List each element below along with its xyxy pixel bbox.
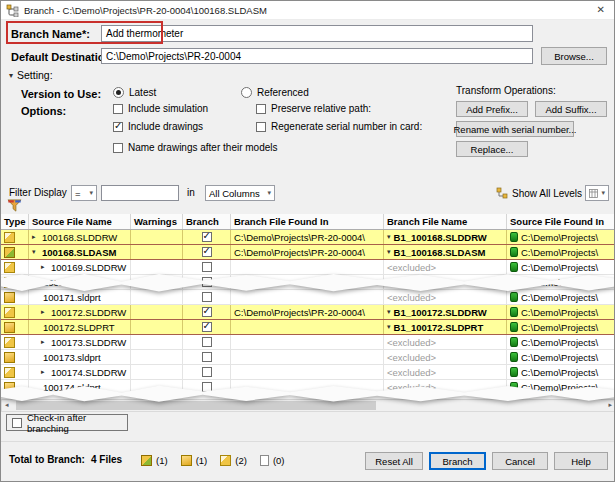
branch-checkbox[interactable] — [202, 322, 212, 332]
browse-button[interactable]: Browse... — [541, 47, 607, 65]
branch-cell — [183, 245, 231, 259]
file-name: 100173.sldprt — [43, 352, 101, 363]
assembly-icon — [4, 247, 15, 258]
include-simulation-label: Include simulation — [128, 103, 208, 114]
filter-columns-select[interactable]: All Columns ▾ — [205, 185, 275, 201]
document-count-value: (0) — [273, 455, 285, 466]
dropdown-arrow-icon[interactable]: ▾ — [387, 248, 391, 256]
branch-checkbox[interactable] — [202, 367, 212, 377]
drawing-icon — [4, 367, 15, 378]
col-branch[interactable]: Branch — [183, 214, 231, 229]
expand-arrow-icon[interactable]: ▸ — [41, 368, 49, 376]
filter-funnel-icon[interactable] — [7, 198, 22, 213]
filter-value-input[interactable] — [101, 185, 179, 201]
file-name: 100169.SLDDRW — [51, 262, 126, 273]
collapse-arrow-icon: ▾ — [9, 71, 13, 80]
table-row[interactable]: ▸100172.SLDDRWC:\Demo\Projects\PR-20-000… — [1, 305, 615, 320]
expand-arrow-icon[interactable]: ▸ — [41, 308, 49, 316]
checkin-after-branching-checkbox[interactable]: Check-in after branching — [6, 414, 128, 431]
branch-checkbox[interactable] — [202, 232, 212, 242]
dropdown-arrow-icon[interactable]: ▾ — [387, 233, 391, 241]
col-source-file-found-in[interactable]: Source File Found In — [507, 214, 615, 229]
file-name: 100168.SLDASM — [42, 247, 116, 258]
radio-latest[interactable]: Latest — [113, 87, 156, 98]
col-branch-file-name[interactable]: Branch File Name — [384, 214, 507, 229]
add-prefix-button[interactable]: Add Prefix... — [456, 101, 528, 117]
col-warnings[interactable]: Warnings — [131, 214, 183, 229]
expand-arrow-icon[interactable]: ▾ — [32, 248, 40, 256]
version-to-use-label: Version to Use: — [21, 88, 101, 100]
part-count: (1) — [181, 455, 208, 466]
branch-button[interactable]: Branch — [429, 452, 486, 470]
filter-operator-select[interactable]: = ▾ — [71, 185, 97, 201]
source-file-found-in-cell: C:\Demo\Projects\ — [507, 305, 615, 319]
branch-checkbox[interactable] — [202, 352, 212, 362]
reset-all-button[interactable]: Reset All — [365, 452, 423, 470]
table-row[interactable]: ▾100168.SLDASMC:\Demo\Projects\PR-20-000… — [1, 245, 615, 260]
include-drawings-checkbox[interactable]: Include drawings — [113, 121, 203, 132]
source-found-path: C:\Demo\Projects\ — [521, 292, 598, 303]
expand-arrow-icon[interactable]: ▸ — [41, 263, 49, 271]
dropdown-arrow-icon[interactable]: ▾ — [387, 308, 391, 316]
regenerate-serial-checkbox[interactable]: Regenerate serial number in card: — [256, 121, 422, 132]
branch-checkbox[interactable] — [202, 337, 212, 347]
vault-icon — [510, 247, 518, 257]
table-row[interactable]: 100173.sldprt<excluded>C:\Demo\Projects\ — [1, 350, 615, 365]
excluded-label: <excluded> — [387, 352, 436, 363]
assembly-icon — [141, 455, 152, 466]
preserve-relative-path-label: Preserve relative path: — [271, 103, 371, 114]
preserve-relative-path-checkbox[interactable]: Preserve relative path: — [256, 103, 371, 114]
default-destination-input[interactable]: C:\Demo\Projects\PR-20-0004 — [101, 48, 533, 64]
rename-with-serial-button[interactable]: Rename with serial number... — [456, 121, 574, 137]
include-simulation-checkbox[interactable]: Include simulation — [113, 103, 208, 114]
source-file-found-in-cell: C:\Demo\Projects\ — [507, 230, 615, 244]
total-files-value: 4 Files — [91, 454, 122, 465]
vault-icon — [510, 367, 518, 377]
col-source-file-name[interactable]: Source File Name — [29, 214, 131, 229]
part-icon — [4, 352, 15, 363]
expand-arrow-icon[interactable]: ▸ — [32, 233, 40, 241]
source-file-found-in-cell: C:\Demo\Projects\ — [507, 350, 615, 364]
checkbox-box — [113, 104, 123, 114]
branch-checkbox[interactable] — [202, 247, 212, 257]
document-count: (0) — [260, 455, 285, 466]
help-button[interactable]: Help — [554, 452, 608, 470]
table-row[interactable]: ▸100174.SLDDRW<excluded>C:\Demo\Projects… — [1, 365, 615, 380]
table-row[interactable]: 100172.SLDPRT▾B1_100172.SLDPRTC:\Demo\Pr… — [1, 320, 615, 335]
replace-button[interactable]: Replace... — [456, 141, 528, 157]
show-all-levels-label: Show All Levels — [512, 188, 582, 199]
branch-checkbox[interactable] — [202, 292, 212, 302]
col-type[interactable]: Type — [1, 214, 29, 229]
radio-referenced[interactable]: Referenced — [241, 87, 309, 98]
branch-name-input[interactable]: Add thermometer — [101, 25, 533, 42]
name-drawings-checkbox[interactable]: Name drawings after their models — [113, 142, 278, 153]
source-file-found-in-cell: C:\Demo\Projects\ — [507, 365, 615, 379]
show-all-levels-button[interactable]: Show All Levels ▾ — [496, 185, 593, 201]
column-options-button[interactable]: ▾ — [585, 185, 609, 201]
source-file-name-cell: ▸100173.SLDDRW — [29, 335, 131, 349]
branch-checkbox[interactable] — [202, 307, 212, 317]
table-rows: ▸100168.SLDDRWC:\Demo\Projects\PR-20-000… — [1, 230, 615, 395]
expand-arrow-icon[interactable]: ▸ — [41, 338, 49, 346]
setting-expander[interactable]: ▾ Setting: — [9, 69, 53, 81]
filter-columns-value: All Columns — [209, 188, 260, 199]
table-row[interactable]: ▸100173.SLDDRW<excluded>C:\Demo\Projects… — [1, 335, 615, 350]
file-name: 100172.SLDPRT — [43, 322, 115, 333]
annotation-red-box — [6, 21, 163, 44]
add-suffix-button[interactable]: Add Suffix... — [535, 101, 607, 117]
branch-checkbox[interactable] — [202, 262, 212, 272]
hierarchy-icon — [496, 187, 508, 199]
dropdown-arrow-icon[interactable]: ▾ — [387, 323, 391, 331]
branch-file-name-cell: ▾B1_100172.SLDPRT — [384, 320, 507, 334]
close-icon[interactable]: ✕ — [597, 4, 605, 15]
drawing-icon — [4, 307, 15, 318]
source-file-found-in-cell: C:\Demo\Projects\ — [507, 245, 615, 259]
radio-circle — [241, 87, 252, 98]
branch-file-found-in-cell — [231, 365, 384, 379]
name-drawings-label: Name drawings after their models — [128, 142, 278, 153]
table-row[interactable]: ▸100168.SLDDRWC:\Demo\Projects\PR-20-000… — [1, 230, 615, 245]
cancel-button[interactable]: Cancel — [492, 452, 548, 470]
vault-icon — [510, 352, 518, 362]
col-branch-file-found-in[interactable]: Branch File Found In — [231, 214, 384, 229]
file-name: 100168.SLDDRW — [42, 232, 117, 243]
